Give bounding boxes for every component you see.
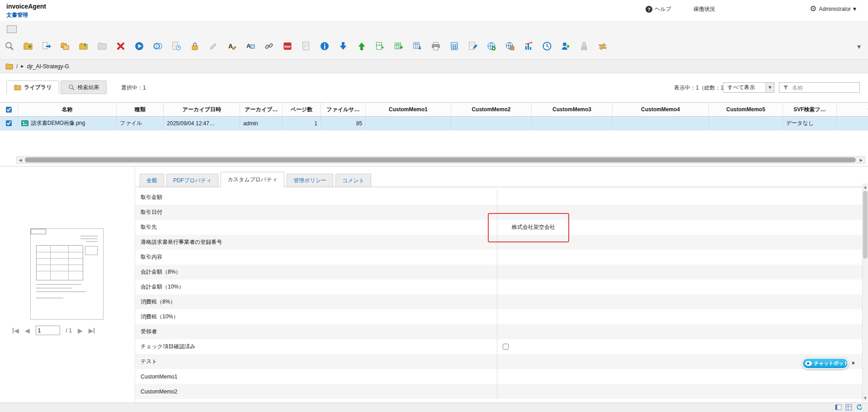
web-publish-icon[interactable]	[485, 40, 498, 52]
column-header-memo3[interactable]: CustomMemo3	[532, 103, 613, 116]
create-folder-icon[interactable]	[21, 40, 35, 52]
duplicate-folder-icon[interactable]	[77, 40, 90, 52]
form-edit-icon[interactable]	[466, 40, 480, 52]
text-annotation-icon[interactable]: A	[244, 40, 257, 52]
table-row[interactable]: 請求書DEMO画像.png ファイル 2025/09/04 12:47… adm…	[0, 117, 868, 130]
next-page-button[interactable]: ▶	[78, 327, 83, 334]
run-workflow-icon[interactable]	[132, 40, 146, 52]
toolbar-toggle-button[interactable]	[7, 25, 17, 33]
csv-export-icon[interactable]: CSV	[373, 40, 387, 52]
paste-disabled-icon[interactable]	[95, 40, 109, 52]
tab-library[interactable]: ライブラリ	[6, 81, 59, 94]
first-page-button[interactable]: ◀	[13, 327, 19, 334]
column-header-memo1[interactable]: CustomMemo1	[366, 103, 451, 116]
breadcrumb-root[interactable]: /	[16, 63, 18, 70]
link-icon[interactable]	[262, 40, 276, 52]
property-value[interactable]	[497, 190, 862, 205]
lock-icon[interactable]	[188, 40, 202, 52]
property-value[interactable]	[497, 279, 862, 294]
property-value[interactable]	[497, 205, 862, 220]
delete-icon[interactable]	[114, 40, 127, 52]
row-checkbox[interactable]	[6, 120, 12, 126]
tab-pdf-properties[interactable]: PDFプロパティ	[166, 174, 218, 187]
last-page-button[interactable]: ▶	[89, 327, 95, 334]
column-header-svf[interactable]: SVF検索フ…	[783, 103, 837, 116]
column-header-memo4[interactable]: CustomMemo4	[613, 103, 709, 116]
document-properties-icon[interactable]	[299, 40, 313, 52]
tab-management-policy[interactable]: 管理ポリシー	[287, 174, 333, 187]
info-icon[interactable]	[318, 40, 331, 52]
document-thumbnail[interactable]	[30, 228, 104, 320]
property-value[interactable]	[497, 265, 862, 279]
pdf-convert-icon[interactable]: PDF	[281, 40, 294, 52]
status-label: 稼働状況	[693, 5, 715, 13]
search-icon[interactable]	[3, 40, 16, 52]
column-header-archive-user[interactable]: アーカイブ…	[240, 103, 283, 116]
toolbar-overflow-caret[interactable]: ▼	[857, 44, 861, 49]
move-document-icon[interactable]	[40, 40, 53, 52]
grid-icon[interactable]	[845, 404, 852, 411]
column-header-pages[interactable]: ページ数	[283, 103, 321, 116]
column-header-memo5[interactable]: CustomMemo5	[709, 103, 783, 116]
status-menu[interactable]: 稼働状況	[693, 5, 715, 13]
document-history-icon[interactable]	[170, 40, 183, 52]
property-value[interactable]	[497, 309, 862, 324]
transfer-icon[interactable]	[596, 40, 609, 52]
column-header-name[interactable]: 名称	[18, 103, 117, 116]
column-header-filesize[interactable]: ファイルサ…	[321, 103, 366, 116]
refresh-icon[interactable]	[856, 404, 863, 411]
scroll-down-icon[interactable]: ▼	[863, 395, 868, 401]
scroll-right-icon[interactable]: ▶	[858, 156, 865, 163]
property-value[interactable]	[497, 384, 862, 399]
statistics-icon[interactable]	[522, 40, 535, 52]
property-value[interactable]	[497, 324, 862, 339]
property-value-vendor[interactable]: 株式会社架空会社	[497, 220, 862, 235]
tab-custom-properties[interactable]: カスタムプロパティ	[221, 172, 284, 187]
aggregate-icon[interactable]	[448, 40, 461, 52]
select-all-checkbox[interactable]	[6, 107, 12, 113]
property-value[interactable]	[497, 294, 862, 309]
scroll-left-icon[interactable]: ◀	[17, 156, 24, 163]
tab-comments[interactable]: コメント	[335, 174, 371, 187]
approve-disabled-icon[interactable]	[577, 40, 591, 52]
name-filter-input[interactable]	[791, 84, 856, 91]
help-menu[interactable]: ? ヘルプ	[646, 5, 671, 13]
schedule-icon[interactable]	[540, 40, 554, 52]
print-icon[interactable]	[429, 40, 443, 52]
download-icon[interactable]	[336, 40, 350, 52]
property-row: 適格請求書発行事業者の登録番号	[135, 235, 862, 250]
add-user-icon[interactable]	[559, 40, 572, 52]
check-confirmed-checkbox[interactable]	[503, 344, 509, 350]
property-value[interactable]	[497, 250, 862, 265]
column-header-archived-at[interactable]: アーカイブ日時	[164, 103, 240, 116]
column-header-type[interactable]: 種類	[117, 103, 164, 116]
property-value[interactable]	[497, 369, 862, 384]
tab-search-results[interactable]: 検索結果	[61, 81, 107, 94]
view-filter-dropdown[interactable]: すべて表示 ▼	[723, 82, 774, 93]
tab-general[interactable]: 全般	[140, 174, 164, 187]
section-link[interactable]: 文書管理	[6, 11, 46, 19]
panel-layout-icon[interactable]	[835, 404, 842, 411]
chatbot-close-icon[interactable]: ×	[850, 360, 856, 366]
rename-icon[interactable]: A	[225, 40, 239, 52]
property-value[interactable]	[497, 235, 862, 250]
upload-icon[interactable]	[355, 40, 368, 52]
breadcrumb-folder[interactable]: djr_AI-Strategy-G	[27, 63, 69, 70]
horizontal-scrollbar[interactable]: ◀ ▶	[16, 156, 865, 164]
version-list-icon[interactable]	[151, 40, 165, 52]
csv-download-icon[interactable]	[410, 40, 424, 52]
column-header-memo2[interactable]: CustomMemo2	[451, 103, 532, 116]
copy-document-icon[interactable]	[58, 40, 72, 52]
scroll-up-icon[interactable]: ▲	[863, 184, 868, 190]
page-number-input[interactable]	[36, 326, 60, 335]
horizontal-scroll-thumb[interactable]	[25, 157, 856, 162]
column-header-extra[interactable]: テ	[837, 103, 868, 116]
csv-append-icon[interactable]	[392, 40, 406, 52]
web-package-icon[interactable]	[503, 40, 517, 52]
edit-disabled-icon[interactable]	[207, 40, 220, 52]
chatbot-button[interactable]: チャットボット ×	[802, 358, 849, 369]
user-menu[interactable]: ⚙ Administrator ▼	[810, 5, 856, 13]
previous-page-button[interactable]: ◀	[25, 327, 30, 334]
vertical-scroll-thumb[interactable]	[863, 191, 868, 259]
vertical-scrollbar[interactable]: ▲ ▼	[862, 184, 868, 401]
